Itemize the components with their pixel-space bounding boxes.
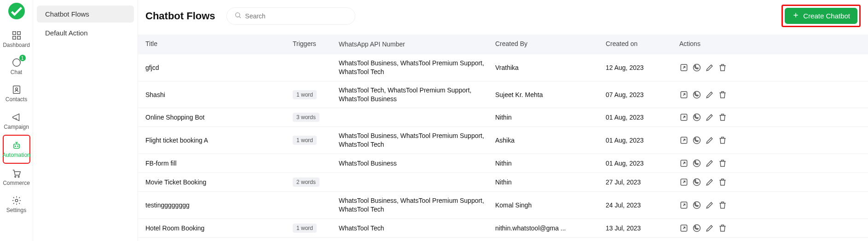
delete-icon[interactable] [718,201,727,210]
delete-icon[interactable] [718,178,727,187]
nav-settings[interactable]: Settings [3,191,30,218]
trigger-chip: 1 word [293,224,317,233]
edit-icon[interactable] [705,90,714,99]
delete-icon[interactable] [718,224,727,233]
cell-triggers: 2 words [293,178,339,187]
svg-rect-2 [12,36,15,39]
cell-created-on: 01 Aug, 2023 [606,137,679,144]
svg-rect-7 [13,144,19,148]
delete-icon[interactable] [718,63,727,72]
cell-actions [679,201,861,210]
whatsapp-icon[interactable] [692,159,701,168]
open-icon[interactable] [679,201,689,210]
nav-dashboard[interactable]: Dashboard [3,26,30,53]
svg-point-11 [18,176,19,178]
nav-commerce-label: Commerce [3,180,30,186]
col-wapi: WhatsApp API Number [339,40,495,49]
open-icon[interactable] [679,178,689,187]
trigger-chip: 1 word [293,90,317,99]
sidebar-item-chatbot-flows[interactable]: Chatbot Flows [37,6,134,23]
trigger-chip: 2 words [293,178,319,187]
cell-created-by: Sujeet Kr. Mehta [495,91,606,98]
plus-icon [792,11,799,20]
svg-point-8 [15,146,16,147]
svg-rect-1 [17,32,20,34]
nav-commerce[interactable]: Commerce [3,164,30,191]
cell-actions [679,224,861,233]
col-created-by: Created By [495,40,606,49]
delete-icon[interactable] [718,113,727,122]
delete-icon[interactable] [718,90,727,99]
nav-automation[interactable]: Automation [3,135,30,164]
open-icon[interactable] [679,136,689,145]
cell-created-on: 01 Aug, 2023 [606,114,679,121]
cell-created-by: nithin.whatstool@gma ... [495,224,606,232]
open-icon[interactable] [679,224,689,233]
search-container[interactable] [226,7,355,25]
cell-created-on: 07 Aug, 2023 [606,91,679,98]
nav-chat[interactable]: 1 Chat [3,53,30,80]
nav-campaign[interactable]: Campaign [3,108,30,135]
create-chatbot-button[interactable]: Create Chatbot [785,8,857,24]
table-row: testingggggggg WhatsTool Business, Whats… [138,192,868,219]
svg-point-25 [694,179,700,186]
col-triggers: Triggers [293,40,339,49]
cell-title: Hotel Room Booking [145,224,293,232]
sidebar-item-label: Default Action [45,29,88,37]
edit-icon[interactable] [705,159,714,168]
trigger-chip: 1 word [293,136,317,145]
cell-wapi: WhatsTool Tech, WhatsTool Premium Suppor… [339,86,495,103]
edit-icon[interactable] [705,178,714,187]
whatsapp-icon[interactable] [692,178,701,187]
edit-icon[interactable] [705,201,714,210]
create-chatbot-highlight: Create Chatbot [781,5,861,27]
cell-title: Flight ticket booking A [145,137,293,144]
cell-created-by: Nithin [495,178,606,186]
nav-contacts[interactable]: Contacts [3,80,30,107]
svg-point-23 [694,160,700,167]
whatsapp-icon[interactable] [692,224,701,233]
cell-wapi: WhatsTool Business, WhatsTool Premium Su… [339,196,495,214]
open-icon[interactable] [679,63,689,72]
search-input[interactable] [245,12,347,20]
cell-title: Movie Ticket Booking [145,178,293,186]
cell-wapi: WhatsTool Business [339,159,495,168]
whatsapp-icon[interactable] [692,63,701,72]
whatsapp-icon[interactable] [692,201,701,210]
cell-actions [679,113,861,122]
table-row: Movie Ticket Booking 2 words Nithin 27 J… [138,173,868,192]
nav-settings-label: Settings [6,207,26,213]
sidebar-item-default-action[interactable]: Default Action [37,24,134,41]
nav-automation-label: Automation [2,152,30,158]
nav-chat-label: Chat [11,69,22,75]
delete-icon[interactable] [718,159,727,168]
nav-contacts-label: Contacts [6,97,27,103]
whatsapp-icon[interactable] [692,90,701,99]
open-icon[interactable] [679,90,689,99]
cell-triggers: 3 words [293,113,339,122]
cell-wapi: WhatsTool Business, WhatsTool Premium Su… [339,59,495,76]
table-row: FB-form fill WhatsTool Business Nithin 0… [138,154,868,173]
edit-icon[interactable] [705,113,714,122]
cell-wapi: WhatsTool Tech [339,224,495,233]
cell-created-by: Nithin [495,114,606,121]
delete-icon[interactable] [718,136,727,145]
whatsapp-icon[interactable] [692,136,701,145]
open-icon[interactable] [679,113,689,122]
edit-icon[interactable] [705,63,714,72]
cell-triggers: 1 word [293,90,339,99]
cell-created-on: 24 Jul, 2023 [606,201,679,209]
sidebar-item-label: Chatbot Flows [45,10,89,18]
chat-badge: 1 [19,55,26,61]
open-icon[interactable] [679,159,689,168]
whatsapp-icon[interactable] [692,113,701,122]
page-title: Chatbot Flows [145,10,215,22]
svg-rect-3 [17,36,20,39]
edit-icon[interactable] [705,136,714,145]
svg-point-29 [694,225,700,232]
table-row: Hotel Room Booking 1 word WhatsTool Tech… [138,219,868,238]
nav-dashboard-label: Dashboard [3,42,30,48]
col-actions: Actions [679,40,861,49]
edit-icon[interactable] [705,224,714,233]
cell-triggers: 1 word [293,136,339,145]
